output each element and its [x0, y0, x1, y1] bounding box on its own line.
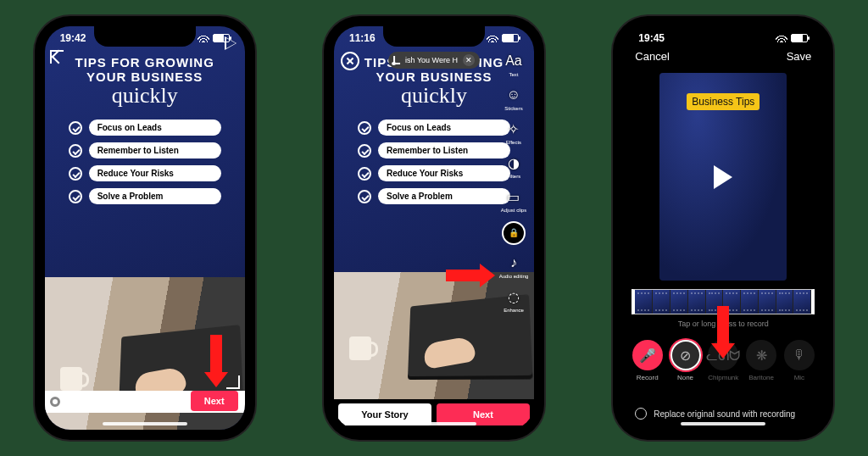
text-overlay[interactable]: Business Tips [687, 93, 760, 110]
tip-row: Remember to Listen [358, 142, 510, 158]
text-icon: Aa [504, 52, 523, 70]
tool-stickers[interactable]: ☺Stickers [504, 86, 523, 111]
playhead[interactable] [50, 397, 60, 407]
next-label: Next [204, 396, 225, 406]
tip-row: Remember to Listen [69, 142, 221, 158]
clock: 19:45 [638, 32, 665, 44]
annotation-arrow [446, 264, 495, 287]
tool-label: Text [509, 72, 518, 77]
wifi-icon [776, 34, 787, 42]
clock: 11:16 [349, 32, 376, 44]
tool-label: Stickers [504, 106, 522, 111]
discard-button[interactable] [341, 52, 359, 70]
effects-icon: ✧ [504, 120, 523, 138]
play-icon[interactable] [714, 165, 732, 189]
sound-chip[interactable]: ish You Were H ✕ [388, 52, 480, 69]
replace-sound-toggle[interactable]: Replace original sound with recording [635, 408, 811, 420]
wifi-icon [198, 34, 209, 42]
tip-row: Reduce Your Risks [358, 165, 510, 181]
check-icon [69, 167, 82, 181]
sound-title: ish You Were H [405, 56, 458, 64]
tool-adjust-clips[interactable]: ▭Adjust clips [501, 187, 526, 213]
mic-icon: 🎤 [632, 340, 663, 370]
tool-effects[interactable]: ✧Effects [504, 120, 523, 145]
voice-label: None [677, 374, 693, 381]
mug-graphic [349, 336, 371, 360]
replace-sound-label: Replace original sound with recording [654, 409, 795, 419]
check-icon [69, 190, 82, 203]
voice-label: Mic [794, 374, 804, 381]
next-label: Next [473, 409, 493, 420]
tip-label: Remember to Listen [378, 142, 510, 158]
filters-icon: ◑ [504, 153, 523, 172]
phone-1: 19:42 TIPS FOR GROWING YOUR BUSINESS qui… [35, 16, 255, 440]
home-indicator[interactable] [392, 422, 476, 425]
adjust-clips-icon: ▭ [504, 187, 523, 206]
mug-graphic [60, 367, 82, 391]
video-preview[interactable]: Business Tips [659, 73, 787, 281]
crop-handle-br[interactable] [226, 375, 240, 389]
tool-enhance[interactable]: ◌Enhance [504, 287, 524, 313]
check-icon [358, 190, 371, 203]
home-indicator[interactable] [681, 422, 765, 425]
none-icon: ⊘ [670, 340, 701, 370]
headline-script: quickly [351, 83, 517, 108]
tool-audio-editing[interactable]: ♪Audio editing [499, 253, 529, 279]
tip-label: Remember to Listen [89, 142, 221, 158]
phone-3: 19:45 Cancel Save Business Tips Tap or l… [613, 16, 833, 440]
check-icon [358, 144, 371, 158]
voice-label: Baritone [748, 374, 774, 381]
next-button[interactable]: Next [191, 391, 238, 411]
headline-line-1: TIPS FOR GROWING [75, 55, 214, 70]
check-icon [69, 121, 82, 135]
notch [672, 26, 774, 47]
battery-icon [213, 34, 230, 42]
tool-label: Enhance [504, 308, 524, 313]
editor-toolbar: AaText ☺Stickers ✧Effects ◑Filters ▭Adju… [497, 52, 531, 328]
your-story-label: Your Story [361, 409, 408, 420]
mic-effect-icon: 🎙 [784, 340, 815, 370]
top-bar: Cancel Save [623, 50, 823, 63]
tip-row: Focus on Leads [69, 120, 221, 136]
voice-record[interactable]: 🎤Record [628, 340, 666, 381]
tip-row: Solve a Problem [69, 188, 221, 204]
save-button[interactable]: Save [787, 50, 812, 63]
headline-line-2: YOUR BUSINESS [86, 70, 203, 84]
tool-label: Adjust clips [501, 208, 526, 213]
clock: 19:42 [60, 32, 86, 44]
remove-sound-button[interactable]: ✕ [463, 54, 475, 66]
home-indicator[interactable] [103, 422, 187, 425]
battery-icon [502, 34, 519, 42]
tip-label: Focus on Leads [378, 120, 510, 136]
check-icon [358, 121, 371, 135]
privacy-settings-button[interactable] [502, 221, 526, 245]
tip-label: Focus on Leads [89, 120, 221, 136]
enhance-icon: ◌ [504, 287, 523, 306]
notch [94, 26, 196, 47]
voice-mic[interactable]: 🎙Mic [781, 340, 819, 381]
stickers-icon: ☺ [504, 86, 523, 104]
voice-baritone[interactable]: ❋Baritone [743, 340, 781, 381]
tool-label: Audio editing [499, 274, 529, 279]
radio-icon [635, 408, 647, 420]
tool-label: Filters [507, 174, 520, 179]
tip-row: Reduce Your Risks [69, 165, 221, 181]
annotation-arrow [711, 306, 735, 359]
cancel-button[interactable]: Cancel [635, 50, 669, 63]
tip-label: Reduce Your Risks [378, 165, 510, 181]
baritone-icon: ❋ [746, 340, 776, 370]
headline-script: quickly [62, 83, 228, 108]
audio-editing-icon: ♪ [504, 253, 523, 272]
notch [383, 26, 485, 47]
tip-row: Solve a Problem [358, 188, 510, 204]
tip-label: Solve a Problem [89, 188, 221, 204]
tool-filters[interactable]: ◑Filters [504, 153, 523, 179]
tips-list: Focus on Leads Remember to Listen Reduce… [45, 108, 245, 204]
music-note-icon [393, 56, 400, 64]
voice-none[interactable]: ⊘None [666, 340, 704, 381]
tool-text[interactable]: AaText [504, 52, 523, 77]
tip-row: Focus on Leads [358, 120, 510, 136]
voice-label: Chipmunk [708, 374, 738, 381]
tip-label: Solve a Problem [378, 188, 510, 204]
annotation-arrow [204, 335, 228, 387]
